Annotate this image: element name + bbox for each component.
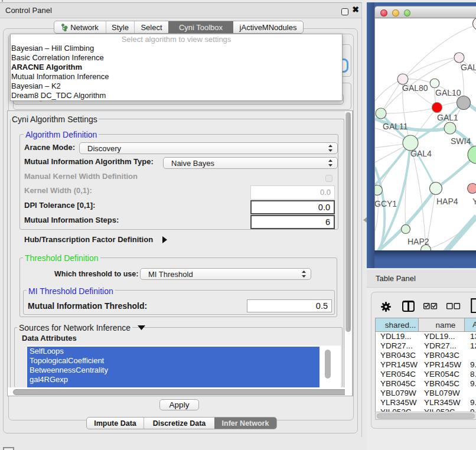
svg-text:GAL1: GAL1 [437, 113, 458, 122]
svg-text:GCY1: GCY1 [375, 199, 397, 208]
svg-text:GAL4: GAL4 [410, 149, 432, 158]
svg-text:GAL11: GAL11 [383, 122, 408, 131]
svg-text:HAP2: HAP2 [407, 237, 429, 246]
svg-text:GAL: GAL [461, 63, 476, 72]
svg-text:HAP4: HAP4 [436, 197, 458, 206]
svg-text:GAL80: GAL80 [402, 83, 428, 93]
svg-text:SWI4: SWI4 [451, 136, 471, 146]
svg-text:Y: Y [472, 197, 476, 206]
svg-text:GAL10: GAL10 [435, 88, 461, 97]
